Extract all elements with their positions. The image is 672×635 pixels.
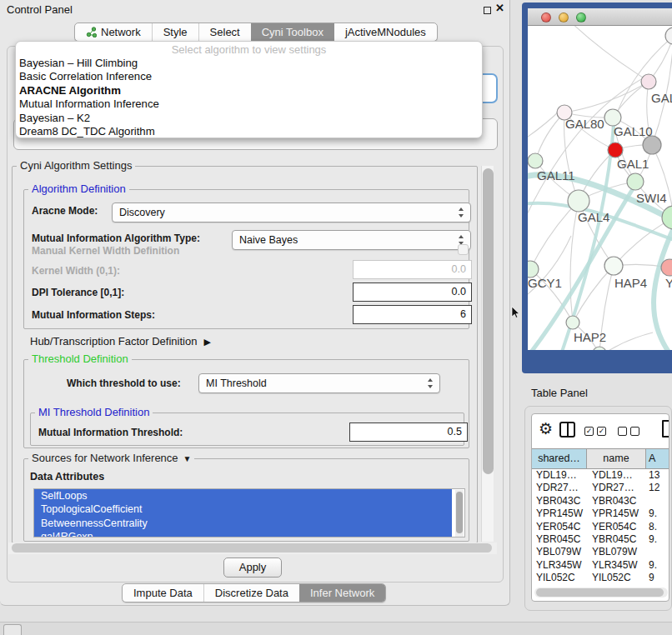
document-icon[interactable] bbox=[662, 420, 669, 438]
node-label: GAL1 bbox=[617, 157, 649, 171]
table-header: shared…nameA bbox=[532, 448, 669, 469]
table-row[interactable]: YBR043CYBR043C bbox=[532, 495, 669, 508]
network-node-gal10[interactable] bbox=[604, 109, 621, 126]
node-label: GAL10 bbox=[614, 124, 653, 138]
aracne-mode-value: Discovery bbox=[119, 207, 165, 218]
table-row[interactable]: YDL19…YDL19…13 bbox=[532, 469, 669, 482]
which-threshold-select[interactable]: MI Threshold bbox=[198, 373, 440, 393]
algorithm-item[interactable]: Bayesian – Hill Climbing bbox=[16, 57, 482, 70]
table-horizontal-scrollbar[interactable] bbox=[534, 588, 668, 598]
tab-jactivemnodules[interactable]: jActiveMNodules bbox=[334, 23, 437, 41]
algorithm-item[interactable]: Mutual Information Inference bbox=[16, 98, 482, 111]
zoom-traffic-light-icon[interactable] bbox=[576, 12, 586, 22]
network-node-bottom[interactable] bbox=[593, 347, 606, 350]
unselect-all-columns-icon[interactable] bbox=[630, 427, 639, 436]
dpi-tolerance-field[interactable]: 0.0 bbox=[353, 282, 472, 302]
tab-network[interactable]: Network bbox=[75, 23, 152, 41]
settings-horizontal-scrollbar[interactable] bbox=[8, 542, 497, 554]
algorithm-item[interactable]: Basic Correlation Inference bbox=[16, 70, 482, 83]
tab-select[interactable]: Select bbox=[198, 23, 251, 41]
settings-vertical-scrollbar[interactable] bbox=[481, 166, 494, 542]
hub-definition-toggle[interactable]: Hub/Transcription Factor Definition bbox=[30, 335, 211, 348]
mi-steps-label: Mutual Information Steps: bbox=[32, 309, 155, 321]
tab-discretize-data[interactable]: Discretize Data bbox=[203, 584, 299, 602]
column-header[interactable]: shared… bbox=[532, 449, 587, 468]
aracne-mode-select[interactable]: Discovery bbox=[112, 202, 471, 222]
tab-impute-data[interactable]: Impute Data bbox=[123, 584, 203, 602]
table-row[interactable]: YLR345WYLR345W9. bbox=[532, 559, 669, 572]
kernel-width-field[interactable]: 0.0 bbox=[353, 260, 472, 279]
select-all-columns-icon[interactable] bbox=[597, 427, 606, 436]
table-panel-window: shared…nameA YDL19…YDL19…13YDR27…YDR27…1… bbox=[524, 406, 672, 611]
node-label: GAL bbox=[651, 91, 672, 105]
tab-style[interactable]: Style bbox=[152, 23, 198, 41]
cyni-settings-title: Cyni Algorithm Settings bbox=[17, 160, 135, 172]
data-attributes-label: Data Attributes bbox=[30, 471, 104, 482]
spinner-arrows-icon bbox=[459, 208, 464, 218]
minimize-traffic-light-icon[interactable] bbox=[559, 12, 569, 22]
table-row[interactable]: YPR145WYPR145W9. bbox=[532, 508, 669, 520]
collapse-arrow-icon[interactable] bbox=[183, 453, 192, 465]
column-header[interactable]: A bbox=[646, 449, 669, 468]
select-all-columns-icon[interactable] bbox=[584, 427, 594, 436]
attribute-item[interactable]: TopologicalCoefficient bbox=[34, 502, 452, 516]
attributes-scrollbar[interactable] bbox=[455, 490, 464, 537]
algorithm-definition-title: Algorithm Definition bbox=[28, 183, 129, 195]
mi-type-value: Naive Bayes bbox=[239, 234, 298, 246]
mi-steps-field[interactable]: 6 bbox=[353, 305, 472, 324]
node-label: GAL80 bbox=[565, 117, 604, 131]
table-row[interactable]: YBL079WYBL079W bbox=[532, 546, 669, 558]
minimized-panel-tab[interactable] bbox=[3, 624, 22, 635]
attribute-item[interactable]: BetweennessCentrality bbox=[34, 517, 452, 530]
tab-infer-network[interactable]: Infer Network bbox=[299, 584, 385, 602]
which-threshold-label: Which threshold to use: bbox=[67, 378, 181, 389]
network-node-hap2[interactable] bbox=[566, 316, 579, 329]
mi-threshold-field[interactable]: 0.5 bbox=[349, 422, 468, 442]
node-label: HAP4 bbox=[614, 276, 647, 290]
mi-type-select[interactable]: Naive Bayes bbox=[232, 230, 471, 250]
top-tab-strip: NetworkStyleSelectCyni ToolboxjActiveMNo… bbox=[74, 22, 438, 42]
attribute-item[interactable]: SelfLoops bbox=[34, 489, 452, 502]
float-window-icon[interactable] bbox=[484, 7, 491, 14]
algorithm-item[interactable]: Bayesian – K2 bbox=[16, 112, 482, 125]
network-node-big-green[interactable] bbox=[662, 206, 672, 229]
split-table-icon[interactable] bbox=[559, 422, 575, 438]
network-node-swi4[interactable] bbox=[627, 173, 644, 190]
network-node-red[interactable] bbox=[608, 142, 623, 158]
apply-button[interactable]: Apply bbox=[223, 558, 282, 578]
bottom-tab-strip: Impute DataDiscretize DataInfer Network bbox=[122, 583, 386, 602]
attributes-list: SelfLoopsTopologicalCoefficientBetweenne… bbox=[33, 488, 465, 538]
network-node-gray[interactable] bbox=[643, 136, 661, 154]
unselect-all-columns-icon[interactable] bbox=[618, 427, 627, 436]
network-window-titlebar[interactable] bbox=[528, 8, 672, 26]
table-row[interactable]: YIL052CYIL052C9 bbox=[532, 572, 669, 583]
column-header[interactable]: name bbox=[587, 449, 646, 468]
algorithm-item[interactable]: Dream8 DC_TDC Algorithm bbox=[16, 125, 482, 138]
mi-type-label: Mutual Information Algorithm Type: bbox=[32, 232, 200, 244]
network-node-gal4[interactable] bbox=[568, 190, 589, 212]
spinner-arrows-icon bbox=[428, 378, 434, 388]
table-toolbar bbox=[532, 414, 669, 448]
close-icon[interactable] bbox=[495, 2, 507, 15]
attribute-item[interactable]: gal4RGexp bbox=[34, 530, 452, 538]
network-node-hap4[interactable] bbox=[604, 257, 623, 275]
algorithm-item[interactable]: ARACNE Algorithm bbox=[16, 84, 482, 98]
network-node-top[interactable] bbox=[665, 28, 672, 44]
table-rows: YDL19…YDL19…13YDR27…YDR27…12YBR043CYBR04… bbox=[532, 469, 669, 583]
network-node-gal-cut[interactable] bbox=[641, 74, 656, 89]
expand-arrow-icon[interactable] bbox=[203, 337, 210, 348]
tab-cyni-toolbox[interactable]: Cyni Toolbox bbox=[251, 23, 334, 41]
sources-title[interactable]: Sources for Network Inference bbox=[28, 452, 194, 465]
manual-kernel-checkbox[interactable] bbox=[458, 244, 469, 255]
node-label: SWI4 bbox=[636, 191, 667, 205]
network-canvas[interactable]: GALGAL80GAL10GAL1SWI4GAL11GAL4GCY1HAP4YH… bbox=[528, 26, 672, 350]
table-row[interactable]: YBR045CYBR045C9. bbox=[532, 533, 669, 546]
table-row[interactable]: YER054CYER054C8. bbox=[532, 521, 669, 533]
gear-icon[interactable] bbox=[539, 419, 553, 438]
network-view-window: GALGAL80GAL10GAL1SWI4GAL11GAL4GCY1HAP4YH… bbox=[522, 2, 672, 373]
close-traffic-light-icon[interactable] bbox=[541, 12, 551, 22]
table-row[interactable]: YDR27…YDR27…12 bbox=[532, 482, 669, 494]
aracne-mode-label: Aracne Mode: bbox=[32, 205, 98, 217]
network-node-left-green[interactable] bbox=[528, 153, 543, 168]
threshold-definition-title: Threshold Definition bbox=[28, 353, 132, 365]
